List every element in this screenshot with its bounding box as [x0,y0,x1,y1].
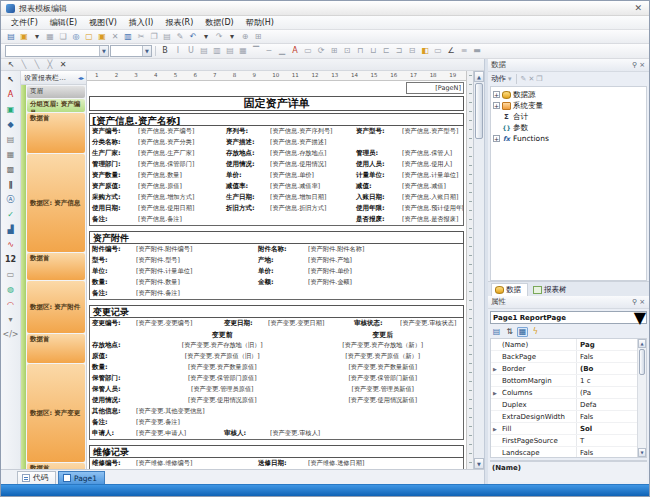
info-0-2-field[interactable]: [资产信息.资产型号] [402,127,463,136]
text-object-icon[interactable]: A [4,88,17,100]
change-note-label[interactable]: 备注: [90,418,136,427]
attach-1-1-label[interactable]: 产地: [256,256,308,265]
property-value[interactable]: Fals [577,413,637,421]
property-row-0[interactable]: (Name)Pag [491,339,637,351]
scroll-down-icon[interactable]: ▼ [474,458,484,469]
font-size-combo[interactable]: ▼ [110,45,152,57]
pointer-icon[interactable]: ↖ [5,59,17,70]
info-1-0-label[interactable]: 分类名称: [90,138,138,147]
change-no-label[interactable]: 变更编号: [90,319,136,328]
border-none-icon[interactable]: ⊟ [406,46,418,57]
fill-color-icon[interactable]: ◧ [419,46,431,57]
change-0-old-field[interactable]: [资产变更.资产存放地（旧）] [142,341,303,350]
alphabetical-sort-icon[interactable]: ⇅ [504,327,515,337]
info-7-1-field[interactable]: [资产信息.折旧方式] [270,204,354,213]
categorized-view-icon[interactable]: ▤ [491,327,502,337]
menu-item-1[interactable]: 编辑(E) [44,16,83,29]
collapse-panel-icon[interactable]: ◂▸ [78,74,84,81]
border-bottom-icon[interactable]: ⊔ [367,46,379,57]
paste-icon[interactable]: ▤ [161,31,173,42]
band-3[interactable]: 数据区: 资产信息 [27,154,85,252]
menu-item-4[interactable]: 报表(R) [159,16,199,29]
text-color-icon[interactable]: A [289,46,301,57]
page-setup-icon[interactable]: ▥ [122,31,134,42]
property-value[interactable]: Fals [577,449,637,457]
info-8-0-field[interactable]: [资产信息.备注] [138,215,224,224]
align-left-icon[interactable]: ▤ [198,46,210,57]
panel-tab-0[interactable]: 数据 [491,283,528,296]
info-3-2-label[interactable]: 使用人员: [354,160,402,169]
picture-object-icon[interactable]: ▣ [4,103,17,115]
vertical-scrollbar[interactable]: ▲ ▼ [473,71,484,469]
change-extra-label[interactable]: 其他信息: [90,407,136,416]
auditor-label[interactable]: 审核人: [222,429,270,438]
info-1-1-field[interactable]: [资产信息.资产描述] [270,138,354,147]
property-row-1[interactable]: BackPageFals [491,351,637,363]
info-3-0-label[interactable]: 管理部门: [90,160,138,169]
band-8[interactable]: 数据首 [27,463,85,469]
attach-2-0-label[interactable]: 单位: [90,267,136,276]
info-1-0-field[interactable]: [资产信息.资产分类] [138,138,224,147]
tree-item-4[interactable]: +fxFunctions [492,133,645,144]
text-rotate-icon[interactable]: ⟳ [315,46,327,57]
polyline-icon[interactable]: ╳ [44,59,56,70]
change-1-new-field[interactable]: [资产变更.资产原值（新）] [303,352,464,361]
delete-object-icon[interactable]: ✕ [57,59,69,70]
change-date-label[interactable]: 变更日期: [222,319,268,328]
events-view-icon[interactable]: ϟ [530,327,541,337]
valign-middle-icon[interactable]: ─ [263,46,275,57]
map-object-icon[interactable]: ◍ [4,283,17,295]
redo-icon[interactable]: ↷ [213,31,225,42]
info-7-2-label[interactable]: 使用年限: [354,204,402,213]
repairs-section-title[interactable]: 维修记录 [89,445,464,458]
property-row-8[interactable]: FirstPageSourceT [491,435,637,447]
number-object-icon[interactable]: 12 [4,253,17,265]
attach-0-1-label[interactable]: 附件名称: [256,245,308,254]
attach-1-0-field[interactable]: [资产附件.型号] [136,256,256,265]
band-0[interactable]: 页眉 [27,86,85,98]
repair-0-1-label[interactable]: 送修日期: [256,459,308,468]
font-family-combo[interactable]: ▼ [5,45,109,57]
attach-3-0-field[interactable]: [资产附件.数量] [136,278,256,287]
info-1-1-label[interactable]: 资产描述: [224,138,270,147]
menu-item-0[interactable]: 文件(F) [5,16,44,29]
align-justify-icon[interactable]: ▦ [237,46,249,57]
change-5-label[interactable]: 使用情况: [90,396,142,405]
info-5-2-field[interactable]: [资产信息.减值] [402,182,463,191]
menu-item-5[interactable]: 数据(D) [199,16,239,29]
info-3-2-field[interactable]: [资产信息.使用人] [402,160,463,169]
info-0-0-field[interactable]: [资产信息.资产编号] [138,127,224,136]
change-2-label[interactable]: 数量: [90,363,142,372]
expander-icon[interactable]: ▶ [493,426,497,432]
group-header-field[interactable]: [资产信息.资产名称] [89,113,464,126]
highlight-color-icon[interactable]: ▭ [302,46,314,57]
attach-0-0-label[interactable]: 附件编号: [90,245,136,254]
audit-status-label[interactable]: 审核状态: [352,319,400,328]
bold-icon[interactable]: B [159,46,171,57]
change-2-old-field[interactable]: [资产变更.资产数量原值] [142,363,303,372]
info-4-0-field[interactable]: [资产信息.数量] [138,171,224,180]
view-data-icon[interactable]: ❐ [536,75,542,83]
close-icon[interactable]: × [638,61,646,69]
sparkline-object-icon[interactable]: ∿ [4,238,17,250]
page-number-field[interactable]: [PageN] [406,82,464,94]
expander-icon[interactable]: ▶ [493,390,497,396]
auditor-field[interactable]: [资产变更.审核人] [270,429,463,438]
scroll-down-icon[interactable]: ▼ [638,448,646,457]
valign-top-icon[interactable]: ▔ [250,46,262,57]
change-5-new-field[interactable]: [资产变更.使用情况新值] [303,396,464,405]
info-4-2-field[interactable]: [资产信息.计量单位] [402,171,463,180]
changes-section-title[interactable]: 变更记录 [89,305,464,318]
band-6[interactable]: 数据首 [27,334,85,363]
grid-align-icon[interactable]: ⊞ [252,31,264,42]
attach-1-0-label[interactable]: 型号: [90,256,136,265]
property-row-3[interactable]: BottomMargin1 c [491,375,637,387]
attach-2-0-field[interactable]: [资产附件.计量单位] [136,267,256,276]
info-7-2-field[interactable]: [资产信息.预计使用年限] [402,204,463,213]
property-value[interactable]: Defa [577,401,637,409]
underline-icon[interactable]: U [185,46,197,57]
valign-bottom-icon[interactable]: ▁ [276,46,288,57]
change-3-old-field[interactable]: [资产变更.保管部门原值] [142,374,303,383]
info-4-2-label[interactable]: 计量单位: [354,171,402,180]
band-4[interactable]: 数据首 [27,253,85,280]
